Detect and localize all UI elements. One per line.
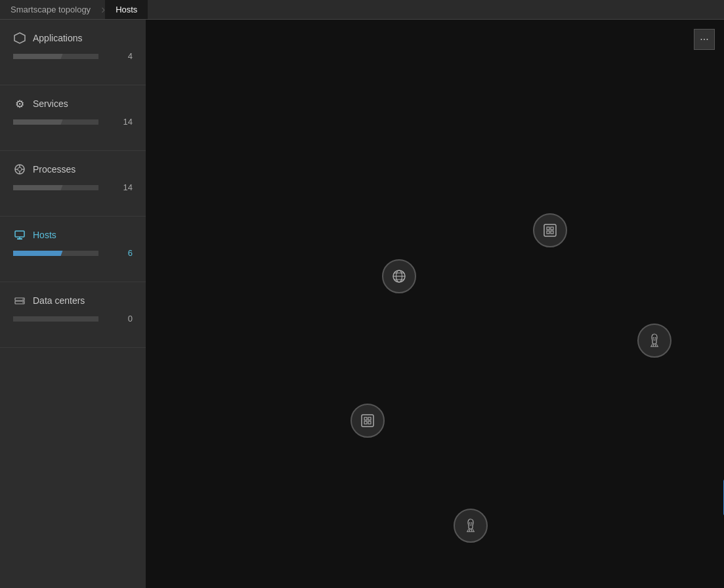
datacenter-icon [13,294,26,307]
svg-rect-27 [362,415,373,427]
applications-label: Applications [33,33,83,43]
svg-point-24 [653,337,654,339]
svg-rect-28 [364,417,367,420]
hosts-count: 6 [113,248,133,258]
sidebar-item-processes[interactable]: Processes 14 [0,151,146,217]
node-linux-1-circle [637,324,671,358]
svg-marker-0 [14,33,25,43]
svg-rect-30 [364,421,367,424]
datacenters-label: Data centers [33,295,85,306]
topbar: Smartscape topology › Hosts [0,0,724,20]
applications-count: 4 [113,51,133,61]
svg-rect-16 [551,227,553,230]
sidebar-item-hosts[interactable]: Hosts 6 [0,217,146,282]
datacenters-bar [13,316,98,322]
services-label: Services [33,98,68,109]
sidebar: Applications 4 ⚙ Services 14 [0,20,146,588]
services-count: 14 [113,117,133,127]
hosts-label: Hosts [33,230,56,240]
datacenters-count: 0 [113,314,133,324]
svg-rect-15 [547,227,549,230]
canvas-menu-button[interactable]: ··· [694,29,715,50]
svg-point-33 [471,522,473,524]
sidebar-item-services[interactable]: ⚙ Services 14 [0,85,146,151]
node-globe-1[interactable] [382,259,416,293]
topbar-active[interactable]: Hosts [105,0,148,19]
svg-point-12 [22,299,24,300]
node-vm-2[interactable] [351,404,385,438]
node-globe-1-circle [382,259,416,293]
svg-rect-8 [17,238,22,240]
node-vm-1-circle [533,213,567,247]
svg-rect-18 [551,231,553,234]
processes-count: 14 [113,182,133,192]
svg-point-32 [469,522,471,524]
topbar-breadcrumb[interactable]: Smartscape topology [0,0,101,19]
main-layout: Applications 4 ⚙ Services 14 [0,20,724,588]
hexagon-icon [13,32,26,45]
node-vm-1[interactable] [533,213,567,247]
processes-bar [13,185,98,190]
svg-point-13 [22,302,24,303]
svg-point-2 [18,167,22,171]
sidebar-item-applications[interactable]: Applications 4 [0,20,146,85]
process-icon [13,163,26,176]
svg-rect-14 [544,224,556,236]
sidebar-item-datacenters[interactable]: Data centers 0 [0,282,146,348]
processes-label: Processes [33,164,75,175]
applications-bar [13,54,98,59]
gear-icon: ⚙ [13,97,26,110]
services-bar [13,119,98,125]
hosts-icon [13,228,26,242]
svg-rect-17 [547,231,549,234]
svg-point-25 [655,337,656,339]
canvas-area[interactable]: ··· [146,20,724,588]
svg-rect-31 [368,421,371,424]
node-linux-2-circle [454,509,488,543]
node-linux-2[interactable] [454,509,488,543]
node-vm-2-circle [351,404,385,438]
svg-rect-29 [368,417,371,420]
node-linux-1[interactable] [637,324,671,358]
hosts-bar [13,251,98,256]
svg-rect-7 [15,231,24,237]
